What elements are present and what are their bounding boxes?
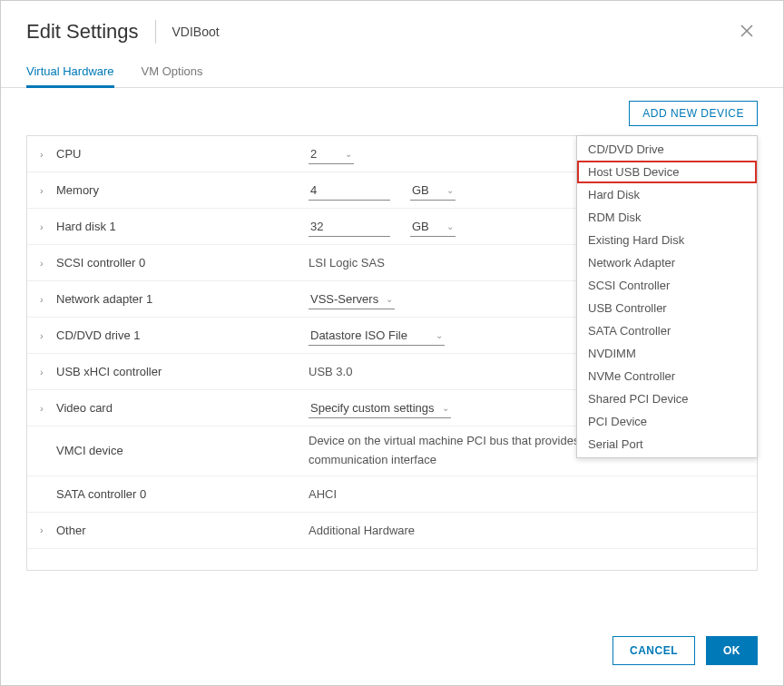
row-label[interactable]: › Video card [27,401,309,415]
chevron-down-icon: ⌄ [442,403,449,413]
ok-button[interactable]: OK [706,636,758,665]
dropdown-item-pci-device[interactable]: PCI Device [577,410,757,433]
row-label[interactable]: › USB xHCI controller [27,365,309,378]
label-text: VMCI device [56,444,123,457]
row-label[interactable]: › Hard disk 1 [27,220,309,233]
dialog-header: Edit Settings VDIBoot [1,1,783,54]
select-value: VSS-Servers [310,292,378,306]
row-label: › SATA controller 0 [27,487,309,501]
chevron-right-icon: › [40,294,51,305]
row-label[interactable]: › Memory [27,183,309,197]
cancel-button[interactable]: CANCEL [612,636,695,665]
table-footer-spacer [27,549,757,571]
dropdown-item-nvdimm[interactable]: NVDIMM [577,342,757,365]
chevron-right-icon: › [40,185,51,196]
dropdown-item-host-usb-device[interactable]: Host USB Device [577,161,757,183]
chevron-down-icon: ⌄ [436,330,443,340]
select-value: Datastore ISO File [310,328,407,342]
memory-unit-select[interactable]: GB ⌄ [410,181,456,201]
dropdown-item-network-adapter[interactable]: Network Adapter [577,251,757,274]
chevron-down-icon: ⌄ [386,294,393,304]
label-text: Hard disk 1 [56,220,116,233]
row-label[interactable]: › SCSI controller 0 [27,256,309,270]
value-text: Additional Hardware [309,524,415,537]
chevron-right-icon: › [40,149,51,160]
row-label: › VMCI device [27,444,309,457]
dropdown-item-nvme-controller[interactable]: NVMe Controller [577,365,757,387]
dropdown-item-hard-disk[interactable]: Hard Disk [577,183,757,206]
disk-size-input[interactable] [309,217,390,237]
chevron-right-icon: › [40,367,51,377]
close-icon[interactable] [736,19,758,44]
dialog-title: Edit Settings [26,20,156,44]
disk-unit-select[interactable]: GB ⌄ [410,217,456,237]
label-text: Network adapter 1 [56,292,152,306]
dialog-footer: CANCEL OK [1,616,783,685]
label-text: USB xHCI controller [56,365,162,378]
label-text: Other [56,524,86,537]
add-new-device-button[interactable]: ADD NEW DEVICE [629,101,758,126]
chevron-down-icon: ⌄ [446,185,454,195]
row-label[interactable]: › CPU [27,147,309,161]
toolbar: ADD NEW DEVICE CD/DVD Drive Host USB Dev… [1,88,783,135]
row-sata: › SATA controller 0 AHCI [27,476,757,513]
tab-vm-options[interactable]: VM Options [142,57,203,88]
chevron-right-icon: › [40,258,51,269]
label-text: Memory [56,183,99,197]
label-text: Video card [56,401,113,415]
dropdown-item-shared-pci-device[interactable]: Shared PCI Device [577,387,757,410]
tabs: Virtual Hardware VM Options [1,57,783,88]
label-text: CPU [56,147,81,161]
chevron-down-icon: ⌄ [446,221,454,231]
tab-virtual-hardware[interactable]: Virtual Hardware [26,57,114,88]
label-text: SCSI controller 0 [56,256,145,270]
dropdown-item-scsi-controller[interactable]: SCSI Controller [577,274,757,297]
row-other: › Other Additional Hardware [27,513,757,549]
dropdown-item-sata-controller[interactable]: SATA Controller [577,319,757,342]
label-text: SATA controller 0 [56,487,146,501]
chevron-right-icon: › [40,524,51,535]
value-text: LSI Logic SAS [309,256,385,270]
chevron-right-icon: › [40,221,51,232]
row-label[interactable]: › CD/DVD drive 1 [27,328,309,342]
chevron-down-icon: ⌄ [345,149,352,159]
chevron-right-icon: › [40,330,51,341]
label-text: CD/DVD drive 1 [56,328,140,342]
select-value: GB [412,183,429,197]
dropdown-item-existing-hard-disk[interactable]: Existing Hard Disk [577,229,757,251]
memory-input[interactable] [309,181,390,201]
select-value: GB [412,220,429,233]
value-text: AHCI [309,487,337,501]
row-value: Additional Hardware [309,524,757,537]
network-select[interactable]: VSS-Servers ⌄ [309,289,395,309]
row-value: AHCI [309,487,757,501]
video-select[interactable]: Specify custom settings ⌄ [309,398,451,418]
row-label[interactable]: › Other [27,524,309,537]
cddvd-select[interactable]: Datastore ISO File ⌄ [309,326,445,346]
cpu-select[interactable]: 2 ⌄ [309,144,354,164]
dropdown-item-cd-dvd-drive[interactable]: CD/DVD Drive [577,138,757,161]
dropdown-item-rdm-disk[interactable]: RDM Disk [577,206,757,229]
select-value: Specify custom settings [310,401,435,415]
add-device-dropdown: CD/DVD Drive Host USB Device Hard Disk R… [576,135,758,458]
dropdown-item-usb-controller[interactable]: USB Controller [577,297,757,319]
chevron-right-icon: › [40,403,51,414]
dropdown-item-serial-port[interactable]: Serial Port [577,433,757,456]
select-value: 2 [310,147,317,161]
dialog-subtitle: VDIBoot [156,24,220,39]
value-text: USB 3.0 [309,365,352,378]
row-label[interactable]: › Network adapter 1 [27,292,309,306]
